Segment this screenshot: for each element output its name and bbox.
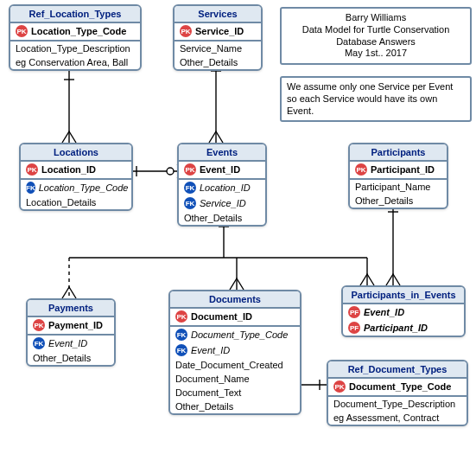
entity-participants[interactable]: Participants PKParticipant_ID Participan…: [348, 143, 448, 209]
field: Document_Text: [175, 387, 295, 398]
pk-icon: PK: [180, 25, 192, 37]
svg-point-3: [167, 168, 174, 175]
entity-title: Services: [175, 6, 261, 23]
field: Document_Type_Code: [191, 329, 295, 340]
pk-icon: PK: [184, 163, 196, 176]
note-line: Data Model for Turtle Conservation: [287, 24, 465, 36]
field: Payment_ID: [48, 320, 109, 330]
field: Location_Details: [26, 197, 126, 208]
entity-services[interactable]: Services PKService_ID Service_Name Other…: [173, 4, 263, 71]
field: Location_Type_Description: [16, 43, 135, 54]
field: Participant_ID: [364, 323, 459, 333]
entity-title: Documents: [170, 291, 300, 309]
entity-title: Ref_Document_Types: [328, 361, 466, 379]
entity-events[interactable]: Events PKEvent_ID FKLocation_ID FKServic…: [177, 143, 267, 227]
pk-icon: PK: [16, 25, 28, 37]
note-line: Barry Williams: [287, 12, 465, 24]
field: Participant_ID: [371, 164, 441, 175]
fk-icon: FK: [184, 197, 196, 209]
field: Other_Details: [175, 401, 295, 412]
field: Service_ID: [200, 198, 260, 208]
pk-icon: PK: [333, 380, 346, 393]
pk-icon: PK: [33, 319, 45, 331]
fk-icon: FK: [175, 344, 187, 356]
entity-title: Locations: [21, 144, 131, 162]
field: Location_Type_Code: [39, 182, 129, 193]
field: Event_ID: [364, 307, 459, 317]
field: Location_Type_Code: [31, 26, 135, 36]
field: eg Conservation Area, Ball: [16, 57, 135, 67]
field: Service_Name: [180, 43, 256, 54]
entity-documents[interactable]: Documents PKDocument_ID FKDocument_Type_…: [168, 290, 301, 415]
entity-title: Ref_Location_Types: [10, 6, 140, 23]
entity-title: Events: [179, 144, 265, 162]
pk-icon: PK: [175, 310, 187, 323]
field: Document_Name: [175, 374, 295, 384]
info-note-header: Barry Williams Data Model for Turtle Con…: [280, 7, 472, 65]
fk-icon: FK: [26, 182, 35, 194]
field: Other_Details: [355, 195, 441, 206]
field: Event_ID: [191, 345, 295, 355]
field: Event_ID: [48, 338, 109, 348]
info-note-assumption: We assume only one Service per Event so …: [280, 76, 472, 122]
entity-payments[interactable]: Payments PKPayment_ID FKEvent_ID Other_D…: [26, 298, 116, 367]
note-line: so each Service would have its own Event…: [287, 93, 465, 118]
field: Other_Details: [33, 353, 109, 363]
note-line: Database Answers: [287, 36, 465, 48]
field: Location_ID: [200, 182, 260, 193]
field: Event_ID: [200, 164, 260, 175]
pk-icon: PK: [26, 163, 38, 176]
fk-icon: FK: [175, 329, 187, 341]
field: Service_ID: [195, 26, 256, 36]
note-line: We assume only one Service per Event: [287, 81, 465, 93]
pf-icon: PF: [348, 322, 360, 334]
entity-locations[interactable]: Locations PKLocation_ID FKLocation_Type_…: [19, 143, 133, 211]
note-line: May 1st.. 2017: [287, 48, 465, 60]
field: Document_Type_Description: [333, 399, 461, 409]
field: Other_Details: [184, 213, 260, 223]
entity-ref-location-types[interactable]: Ref_Location_Types PKLocation_Type_Code …: [9, 4, 142, 71]
entity-title: Payments: [28, 300, 114, 317]
field: Document_ID: [191, 311, 295, 322]
fk-icon: FK: [33, 337, 45, 349]
entity-title: Participants_in_Events: [343, 287, 464, 304]
field: eg Assessment, Contract: [333, 412, 461, 423]
field: Other_Details: [180, 57, 256, 67]
entity-ref-document-types[interactable]: Ref_Document_Types PKDocument_Type_Code …: [327, 360, 468, 426]
field: Document_Type_Code: [349, 381, 461, 392]
entity-participants-in-events[interactable]: Participants_in_Events PFEvent_ID PFPart…: [341, 285, 466, 337]
pk-icon: PK: [355, 163, 367, 176]
fk-icon: FK: [184, 182, 196, 194]
field: Date_Document_Created: [175, 360, 295, 370]
field: Location_ID: [41, 164, 126, 175]
field: Participant_Name: [355, 182, 441, 192]
entity-title: Participants: [350, 144, 447, 162]
pf-icon: PF: [348, 306, 360, 318]
